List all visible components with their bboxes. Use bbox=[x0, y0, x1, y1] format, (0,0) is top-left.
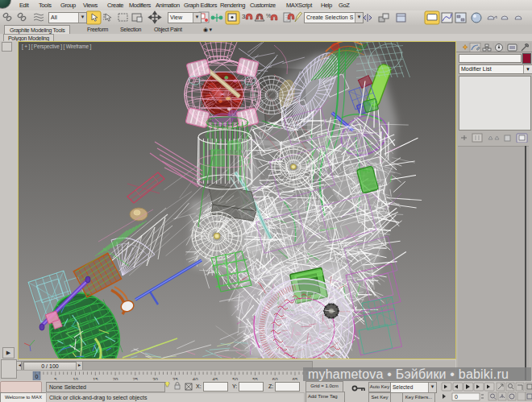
svg-text:0: 0 bbox=[455, 394, 458, 400]
svg-text:3: 3 bbox=[242, 13, 246, 20]
svg-text:%: % bbox=[266, 13, 271, 19]
